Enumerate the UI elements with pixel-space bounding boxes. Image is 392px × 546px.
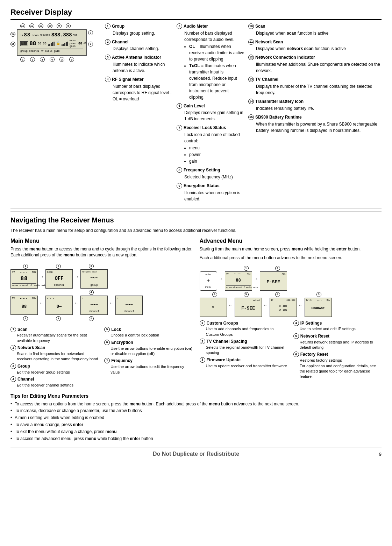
adv-item-6: 6 Factory Reset Restores factory setting…: [293, 352, 382, 379]
arrow-2-3: →: [74, 274, 79, 284]
desc-item-4: 4 RF Signal Meter Number of bars display…: [105, 77, 173, 102]
main-screen-4: ↑↓ ~~~ channel: [115, 296, 143, 315]
callout-7-right: 7: [88, 30, 93, 35]
item-7-list: menu power gain: [189, 145, 245, 164]
lcd-lock-icon: 🔒: [56, 41, 60, 46]
callout-15: 15: [10, 42, 15, 47]
item-5-list: OL = Illuminates when receiver audio lim…: [189, 43, 245, 100]
m-body-7: Use the arrow buttons to edit the freque…: [111, 364, 192, 375]
callout-8: 8: [66, 23, 71, 28]
m-num-2: 2: [10, 345, 16, 350]
callout-3b: 3: [59, 57, 64, 62]
desc-item-14: 14 Transmitter Battery Icon Indicates re…: [248, 99, 382, 112]
page-number: 9: [361, 451, 382, 458]
adv-arrow-enter-1: →: [219, 276, 223, 286]
arrow-5-4: ←: [109, 300, 114, 310]
adv-screen-num-4-bot: 4: [275, 292, 280, 297]
item-3-body: Illuminates to indicate which antenna is…: [113, 61, 173, 74]
callout-5: 5: [69, 57, 74, 62]
screen-num-2-top: 2: [56, 264, 61, 269]
main-item-6: 6 Encryption Use the arrow buttons to en…: [104, 340, 192, 357]
callout-10: 10: [48, 23, 52, 28]
m-title-7: Frequency: [111, 358, 133, 364]
a-title-4: IP Settings: [300, 320, 322, 326]
tip-6: To access the advanced menu, press menu …: [10, 436, 382, 442]
m-title-5: Lock: [111, 327, 121, 333]
desc-item-6: 6 Gain Level Displays receiver gain sett…: [177, 103, 245, 122]
adv-menu-title: Advanced Menu: [200, 237, 382, 245]
a-title-2: TV Channel Spacing: [207, 339, 247, 345]
a-title-3: Firmware Update: [207, 357, 241, 363]
item-2-title: Channel: [112, 39, 128, 45]
arrow-1-2: →: [39, 274, 44, 284]
num-8: 8: [177, 167, 182, 173]
num-4: 4: [105, 77, 111, 82]
screen-off-text: OFF: [47, 274, 71, 283]
main-screen-6: - - - 0—: [45, 296, 73, 315]
m-title-6: Encryption: [111, 340, 133, 346]
m-num-1: 1: [10, 327, 16, 332]
main-item-5: 5 Lock Choose a control lock option: [104, 327, 192, 338]
desc-item-1: 1 Group Displays group setting.: [105, 23, 173, 36]
navigating-section: Navigating the Receiver Menus The receiv…: [10, 212, 382, 442]
a-num-1: 1: [200, 320, 205, 326]
adv-screen-num-3-bot: 3: [316, 292, 321, 297]
a-body-5: Returns network settings and IP address …: [300, 340, 382, 350]
item-7-body: Lock icon and name of locked control: me…: [184, 132, 245, 164]
callout-12: 12: [29, 23, 34, 28]
desc-item-12: 12 Network Connection Indicator Illumina…: [248, 55, 382, 74]
num-15: 15: [248, 114, 254, 120]
a-body-3: Use to update receiver and transmitter f…: [206, 363, 288, 369]
callout-2: 2: [30, 57, 35, 62]
main-item-4: 4 Channel Edit the receiver channel sett…: [10, 376, 99, 388]
item-11-body: Displayed when network scan function is …: [256, 45, 382, 52]
adv-arrow-6-5: ←: [228, 302, 233, 312]
adv-screen-home: TV••••••MHz 88 groupchannelrfaudiogain: [225, 271, 252, 291]
enter-plus-icon: +: [207, 277, 210, 285]
desc-item-11: 11 Network Scan Displayed when network s…: [248, 39, 382, 52]
item-1-title: Group: [112, 23, 124, 29]
m-num-4: 4: [10, 376, 16, 382]
lcd-network-word: network: [40, 34, 50, 37]
adv-arrow-4-3: ←: [298, 302, 303, 312]
item-10-body: Displayed when scan function is active: [256, 30, 382, 36]
display-left: 13 12 11 10 9 8 14 15: [10, 23, 101, 205]
adv-item-1: 1 Custom Groups Use to add channels and …: [200, 320, 288, 338]
enter-label: enter: [206, 273, 211, 276]
adv-item-3: 3 Firmware Update Use to update receiver…: [200, 357, 288, 369]
lcd-group-digits: 88: [24, 32, 30, 39]
tips-list: To access the menu options from the home…: [10, 401, 382, 442]
adv-screen-upgrade: TV Ch••••MHz UPGRADE: [305, 298, 332, 317]
num-14: 14: [248, 99, 254, 104]
adv-items-right: 4 IP Settings Use to select and edit IP …: [293, 320, 382, 381]
item-4-title: RF Signal Meter: [112, 77, 144, 83]
tips-section: Tips for Editing Menu Parameters To acce…: [10, 393, 382, 441]
desc-item-7: 7 Receiver Lock Status Lock icon and nam…: [177, 125, 245, 164]
main-menu-items-left: 1 Scan Receiver automatically scans for …: [10, 327, 99, 390]
m-num-6: 6: [104, 340, 110, 345]
item-14-body: Indicates remaining battery life.: [256, 105, 382, 112]
nav-intro: The receiver has a main menu for setup a…: [10, 228, 382, 234]
adv-screen-num-5-bot: 5: [244, 292, 249, 297]
num-13: 13: [248, 77, 254, 82]
m-num-3: 3: [10, 363, 16, 369]
a-title-6: Factory Reset: [300, 352, 328, 357]
item-13-body: Displays the number of the TV channel co…: [256, 83, 382, 96]
num-6: 6: [177, 103, 182, 109]
desc-item-5: 5 Audio Meter Number of bars displayed c…: [177, 23, 245, 100]
lcd-mhz: MHz: [73, 34, 77, 37]
item-9-body: Illuminates when encryption is enabled.: [184, 190, 245, 202]
lcd-db-unit: dB: [84, 42, 86, 45]
item-5-title: Audio Meter: [184, 23, 208, 29]
section-divider-1: [10, 208, 382, 209]
lcd-hr: 88: [37, 42, 41, 46]
adv-screen-all-fsee: ALL F-SEE: [260, 271, 287, 291]
m-title-1: Scan: [17, 327, 28, 333]
screen-7-content: 88: [12, 300, 36, 313]
screen-3-group: group: [82, 284, 106, 287]
page-footer: Do Not Duplicate or Redistribute: [31, 450, 361, 458]
desc-item-9: 9 Encryption Status Illuminates when enc…: [177, 183, 245, 202]
a-num-4: 4: [293, 320, 299, 326]
num-1: 1: [105, 23, 111, 29]
item-7-li-2: power: [189, 151, 245, 158]
